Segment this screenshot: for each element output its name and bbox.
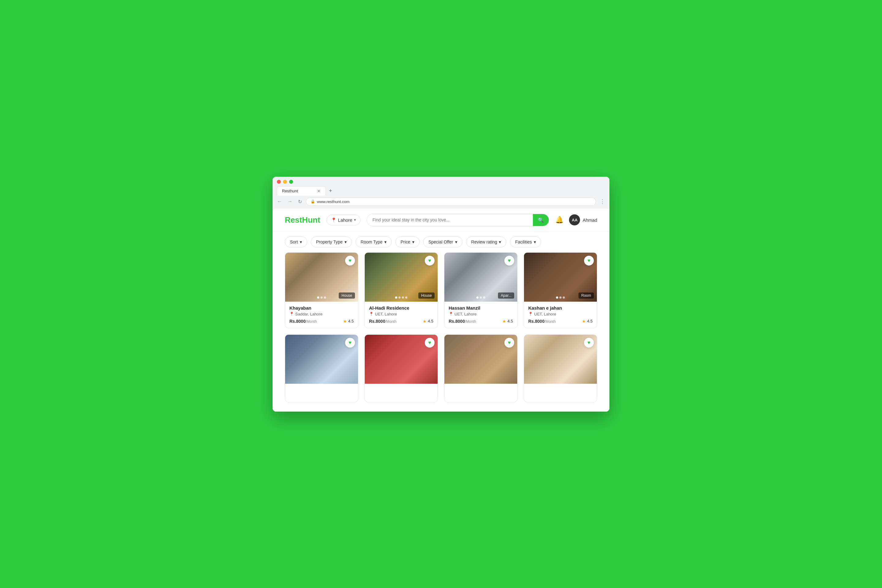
card-location: 📍 Saddar, Lahore xyxy=(290,312,354,316)
filter-sort[interactable]: Sort ▾ xyxy=(285,236,307,248)
app-logo[interactable]: RestHunt xyxy=(285,215,320,225)
card-image-dots xyxy=(556,297,565,298)
card-dot xyxy=(556,297,558,298)
favorite-button[interactable]: ♥ xyxy=(345,338,355,348)
card-dot xyxy=(324,297,326,298)
card-location-text: UET, Lahore xyxy=(375,312,397,316)
new-tab-button[interactable]: + xyxy=(326,186,335,195)
browser-menu-button[interactable]: ⋮ xyxy=(598,198,606,205)
card-dot xyxy=(398,297,400,298)
filter-room-type[interactable]: Room Type ▾ xyxy=(356,236,392,248)
filter-property-type[interactable]: Property Type ▾ xyxy=(311,236,352,248)
location-pin-icon: 📍 xyxy=(290,312,294,316)
maximize-dot[interactable] xyxy=(289,180,293,184)
filter-review-rating-label: Review rating xyxy=(471,240,497,244)
filter-property-type-label: Property Type xyxy=(316,240,343,244)
card-image-dots xyxy=(317,297,326,298)
browser-chrome: Resthunt ✕ + xyxy=(273,177,609,196)
favorite-button[interactable]: ♥ xyxy=(425,338,435,348)
search-input[interactable] xyxy=(367,214,533,225)
card-body-empty xyxy=(285,384,358,402)
filter-price-chevron: ▾ xyxy=(412,240,414,244)
forward-button[interactable]: → xyxy=(286,198,294,205)
search-bar: 🔍 xyxy=(367,214,549,226)
property-card[interactable]: ♥ xyxy=(285,334,358,402)
filter-sort-chevron: ▾ xyxy=(300,240,302,244)
property-card[interactable]: ♥ xyxy=(444,334,518,402)
star-icon: ★ xyxy=(423,319,427,324)
card-location: 📍 UET, Lahore xyxy=(528,312,592,316)
rating-value: 4.5 xyxy=(587,319,592,323)
favorite-button[interactable]: ♥ xyxy=(504,338,514,348)
notifications-button[interactable]: 🔔 xyxy=(555,216,564,224)
favorite-button[interactable]: ♥ xyxy=(425,256,435,266)
card-image-dots xyxy=(477,297,485,298)
card-price: Rs.8000/Month xyxy=(290,319,317,324)
card-body: Kashan e jahan 📍 UET, Lahore Rs.8000/Mon… xyxy=(524,302,597,328)
property-card[interactable]: ♥ xyxy=(524,334,597,402)
filter-special-offer[interactable]: Special Offer ▾ xyxy=(423,236,462,248)
search-button[interactable]: 🔍 xyxy=(533,214,549,226)
refresh-button[interactable]: ↻ xyxy=(297,198,303,205)
card-title: Al-Hadi Residence xyxy=(369,305,434,310)
location-pin-icon: 📍 xyxy=(369,312,374,316)
favorite-button[interactable]: ♥ xyxy=(504,256,514,266)
tab-close-button[interactable]: ✕ xyxy=(317,189,321,194)
property-card[interactable]: ♥ Room Kashan e jahan 📍 UET, Lahore Rs.8… xyxy=(524,252,597,328)
back-button[interactable]: ← xyxy=(276,198,284,205)
card-location-text: UET, Lahore xyxy=(534,312,556,316)
filter-special-offer-label: Special Offer xyxy=(429,240,453,244)
star-icon: ★ xyxy=(582,319,586,324)
card-image: ♥ Room xyxy=(524,253,597,302)
location-pin-icon: 📍 xyxy=(448,312,453,316)
favorite-button[interactable]: ♥ xyxy=(584,256,594,266)
filter-bar: Sort ▾ Property Type ▾ Room Type ▾ Price… xyxy=(273,231,609,252)
card-image: ♥ House xyxy=(365,253,438,302)
card-body-empty xyxy=(365,384,438,402)
card-image: ♥ xyxy=(365,335,438,384)
favorite-button[interactable]: ♥ xyxy=(345,256,355,266)
header-actions: 🔔 AA Ahmad xyxy=(555,214,597,225)
filter-special-offer-chevron: ▾ xyxy=(455,240,457,244)
browser-window: Resthunt ✕ + ← → ↻ 🔒 www.resthunt.com ⋮ … xyxy=(273,177,609,412)
card-body: Khayaban 📍 Saddar, Lahore Rs.8000/Month … xyxy=(285,302,358,328)
filter-review-rating[interactable]: Review rating ▾ xyxy=(466,236,507,248)
card-body-empty xyxy=(444,384,517,402)
address-bar[interactable]: 🔒 www.resthunt.com xyxy=(306,198,596,206)
card-title: Kashan e jahan xyxy=(528,305,592,310)
filter-price[interactable]: Price ▾ xyxy=(395,236,420,248)
bell-icon: 🔔 xyxy=(555,216,564,224)
card-body-empty xyxy=(524,384,597,402)
app-header: RestHunt 📍 Lahore ▾ 🔍 🔔 AA xyxy=(273,209,609,231)
user-menu[interactable]: AA Ahmad xyxy=(569,214,597,225)
close-dot[interactable] xyxy=(277,180,281,184)
property-type-badge: Apar... xyxy=(498,292,514,298)
property-card[interactable]: ♥ House Al-Hadi Residence 📍 UET, Lahore … xyxy=(364,252,438,328)
filter-facilities-chevron: ▾ xyxy=(534,240,536,244)
property-card[interactable]: ♥ Apar... Hassan Manzil 📍 UET, Lahore Rs… xyxy=(444,252,518,328)
property-card[interactable]: ♥ xyxy=(364,334,438,402)
rating-value: 4.5 xyxy=(507,319,513,323)
location-pin-icon: 📍 xyxy=(528,312,533,316)
card-rating: ★ 4.5 xyxy=(502,319,513,324)
card-dot xyxy=(560,297,562,298)
browser-tab[interactable]: Resthunt ✕ xyxy=(277,186,326,196)
property-card[interactable]: ♥ House Khayaban 📍 Saddar, Lahore Rs.800… xyxy=(285,252,358,328)
rating-value: 4.5 xyxy=(348,319,354,323)
property-type-badge: House xyxy=(418,292,435,298)
card-image: ♥ Apar... xyxy=(444,253,517,302)
property-type-badge: House xyxy=(339,292,355,298)
filter-facilities[interactable]: Facilities ▾ xyxy=(510,236,541,248)
card-footer: Rs.8000/Month ★ 4.5 xyxy=(369,319,434,324)
card-rating: ★ 4.5 xyxy=(343,319,354,324)
filter-price-label: Price xyxy=(400,240,410,244)
card-title: Hassan Manzil xyxy=(448,305,513,310)
minimize-dot[interactable] xyxy=(283,180,287,184)
location-selector[interactable]: 📍 Lahore ▾ xyxy=(327,214,361,225)
card-body: Al-Hadi Residence 📍 UET, Lahore Rs.8000/… xyxy=(365,302,438,328)
property-type-badge: Room xyxy=(579,292,594,298)
card-dot xyxy=(321,297,323,298)
address-bar-row: ← → ↻ 🔒 www.resthunt.com ⋮ xyxy=(273,196,609,209)
favorite-button[interactable]: ♥ xyxy=(584,338,594,348)
card-image: ♥ xyxy=(444,335,517,384)
